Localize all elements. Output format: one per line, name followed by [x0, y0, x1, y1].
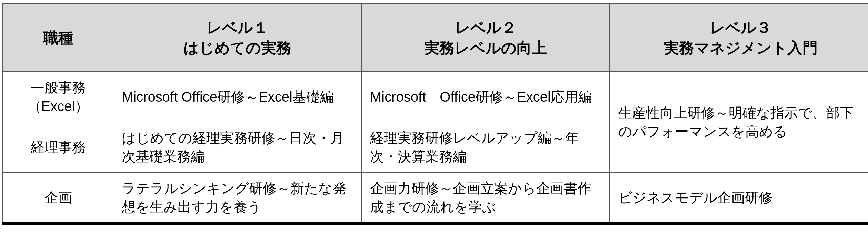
header-job: 職種: [3, 3, 113, 72]
level1-cell: Microsoft Office研修～Excel基礎編: [113, 72, 361, 122]
table-row: 一般事務（Excel） Microsoft Office研修～Excel基礎編 …: [3, 72, 868, 122]
header-level3: レベル３ 実務マネジメント入門: [610, 3, 868, 72]
job-cell: 経理事務: [3, 122, 113, 172]
level1-cell: はじめての経理実務研修～日次・月次基礎業務編: [113, 122, 361, 172]
header-level1: レベル１ はじめての実務: [113, 3, 361, 72]
level2-cell: 企画力研修～企画立案から企画書作成までの流れを学ぶ: [361, 172, 610, 224]
level3-cell-merged: 生産性向上研修～明確な指示で、部下のパフォーマンスを高める: [610, 72, 868, 172]
job-cell: 一般事務（Excel）: [3, 72, 113, 122]
level2-cell: 経理実務研修レベルアップ編～年次・決算業務編: [361, 122, 610, 172]
level3-cell: ビジネスモデル企画研修: [610, 172, 868, 224]
training-table: 職種 レベル１ はじめての実務 レベル２ 実務レベルの向上 レベル３ 実務マネジ…: [2, 3, 868, 225]
job-cell: 企画: [3, 172, 113, 224]
table-container: 職種 レベル１ はじめての実務 レベル２ 実務レベルの向上 レベル３ 実務マネジ…: [0, 0, 868, 225]
level2-cell: Microsoft Office研修～Excel応用編: [361, 72, 610, 122]
header-row: 職種 レベル１ はじめての実務 レベル２ 実務レベルの向上 レベル３ 実務マネジ…: [3, 3, 868, 72]
header-level2: レベル２ 実務レベルの向上: [361, 3, 610, 72]
table-row: 企画 ラテラルシンキング研修～新たな発想を生み出す力を養う 企画力研修～企画立案…: [3, 172, 868, 224]
level1-cell: ラテラルシンキング研修～新たな発想を生み出す力を養う: [113, 172, 361, 224]
